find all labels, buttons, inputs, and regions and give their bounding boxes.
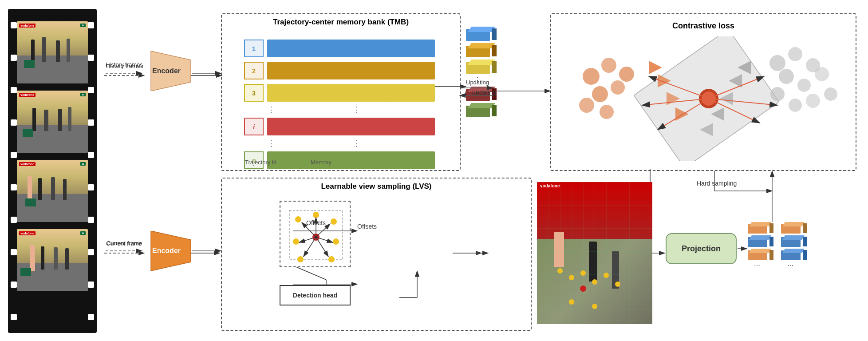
svg-line-72 bbox=[316, 237, 328, 257]
memory-bar-1 bbox=[267, 40, 435, 57]
history-frames-label: History frames bbox=[106, 61, 143, 68]
svg-point-31 bbox=[789, 99, 802, 112]
output-blocks-right: ⋯ bbox=[781, 222, 803, 269]
street-scene-4: vodafone W bbox=[17, 229, 88, 291]
film-hole bbox=[11, 87, 17, 93]
woolworths-sign-4: W bbox=[80, 231, 86, 235]
svg-line-66 bbox=[302, 222, 316, 237]
tmb-box: Trajectory-center memory bank (TMB) 1 2 … bbox=[221, 13, 461, 171]
street-scene-2: vodafone W bbox=[17, 91, 88, 153]
svg-point-28 bbox=[815, 67, 829, 81]
vodafone-sign: vodafone bbox=[19, 24, 36, 28]
projection-box: Projection bbox=[666, 233, 737, 264]
memory-label: Memory bbox=[311, 159, 331, 166]
contrastive-loss-box: Contrastive loss bbox=[550, 13, 856, 171]
film-hole bbox=[11, 152, 17, 158]
svg-line-68 bbox=[316, 224, 330, 237]
svg-point-37 bbox=[611, 80, 625, 95]
memory-row-3: 3 bbox=[244, 83, 435, 103]
film-hole bbox=[88, 87, 94, 93]
memory-bar-i bbox=[267, 118, 435, 135]
memory-row-i: i bbox=[244, 117, 435, 136]
film-hole bbox=[11, 217, 17, 223]
hard-sampling-label: Hard sampling bbox=[697, 180, 737, 187]
svg-point-34 bbox=[601, 58, 616, 73]
film-hole-row-left bbox=[11, 9, 17, 333]
svg-point-78 bbox=[604, 273, 609, 278]
svg-point-62 bbox=[333, 238, 339, 245]
traj-id-1: 1 bbox=[244, 40, 264, 57]
svg-point-81 bbox=[592, 304, 597, 309]
film-hole bbox=[11, 184, 17, 190]
svg-point-79 bbox=[615, 282, 620, 287]
film-hole bbox=[11, 119, 17, 126]
updating-label: Updating bbox=[471, 89, 496, 96]
woolworths-sign: W bbox=[80, 24, 86, 27]
svg-point-63 bbox=[297, 256, 304, 262]
bottom-encoder: Encoder bbox=[142, 231, 191, 271]
film-hole bbox=[88, 314, 94, 320]
trajectory-id-label: Trajectory id bbox=[245, 159, 276, 166]
memory-row-1: 1 bbox=[244, 39, 435, 58]
scene-image: vodafone bbox=[537, 182, 652, 324]
film-frame-4: vodafone W bbox=[17, 229, 88, 291]
memory-bar-2 bbox=[267, 62, 435, 79]
woolworths-sign-3: W bbox=[80, 162, 86, 166]
vodafone-sign-2: vodafone bbox=[19, 93, 36, 97]
vodafone-sign-4: vodafone bbox=[19, 231, 36, 235]
svg-point-30 bbox=[806, 94, 820, 108]
svg-point-58 bbox=[295, 216, 301, 222]
vodafone-sign-3: vodafone bbox=[19, 162, 36, 166]
svg-point-23 bbox=[769, 55, 785, 71]
woolworths-sign-2: W bbox=[80, 93, 86, 96]
film-hole bbox=[88, 22, 94, 28]
film-strip: vodafone W vodafone W vodafone bbox=[8, 9, 97, 333]
film-hole bbox=[88, 184, 94, 190]
contrastive-loss-canvas bbox=[560, 36, 848, 161]
svg-point-76 bbox=[580, 270, 586, 276]
film-hole bbox=[88, 217, 94, 223]
detection-head-label: Detection head bbox=[293, 292, 337, 299]
contrastive-loss-title: Contrastive loss bbox=[551, 18, 856, 31]
svg-point-75 bbox=[569, 275, 574, 280]
street-scene-3: vodafone W bbox=[17, 160, 88, 222]
svg-point-38 bbox=[579, 98, 594, 113]
memory-row-ellipsis-2: ⋮ ⋮ bbox=[244, 139, 435, 148]
svg-line-71 bbox=[304, 237, 316, 257]
film-hole bbox=[88, 119, 94, 126]
svg-point-29 bbox=[824, 87, 837, 101]
scene-image-inner: vodafone bbox=[537, 182, 652, 324]
film-frame-1: vodafone W bbox=[17, 21, 88, 83]
traj-id-i: i bbox=[244, 118, 264, 135]
film-frame-2: vodafone W bbox=[17, 91, 88, 153]
diagram-area: History frames Current frame Encoder Enc… bbox=[102, 4, 861, 337]
svg-point-77 bbox=[592, 279, 597, 285]
svg-point-35 bbox=[619, 67, 634, 82]
svg-point-36 bbox=[592, 86, 608, 102]
bar-stack-tmb: ⋮ bbox=[466, 27, 493, 117]
svg-point-61 bbox=[293, 238, 299, 245]
svg-marker-45 bbox=[649, 61, 662, 74]
film-hole bbox=[11, 249, 17, 255]
bottom-encoder-label: Encoder bbox=[152, 247, 181, 255]
svg-point-33 bbox=[583, 68, 600, 85]
svg-point-74 bbox=[557, 268, 563, 274]
traj-id-3: 3 bbox=[244, 84, 264, 102]
memory-bar-3 bbox=[267, 84, 435, 102]
film-hole bbox=[11, 314, 17, 320]
svg-point-27 bbox=[797, 79, 811, 92]
memory-row-2: 2 bbox=[244, 61, 435, 80]
memory-row-ellipsis: ⋮ ⋮ bbox=[244, 105, 435, 114]
offset-arrows-svg bbox=[280, 202, 351, 268]
svg-point-24 bbox=[788, 47, 802, 61]
detection-head-box: Detection head bbox=[280, 285, 351, 305]
scene-dots-svg bbox=[537, 182, 652, 324]
film-hole bbox=[88, 282, 94, 288]
top-encoder: Encoder bbox=[142, 51, 191, 91]
street-scene-1: vodafone W bbox=[17, 21, 88, 83]
svg-point-39 bbox=[600, 105, 614, 119]
current-frame-label: Current frame bbox=[107, 240, 142, 246]
svg-point-82 bbox=[580, 285, 586, 292]
film-hole bbox=[88, 55, 94, 61]
top-encoder-label: Encoder bbox=[152, 67, 181, 75]
